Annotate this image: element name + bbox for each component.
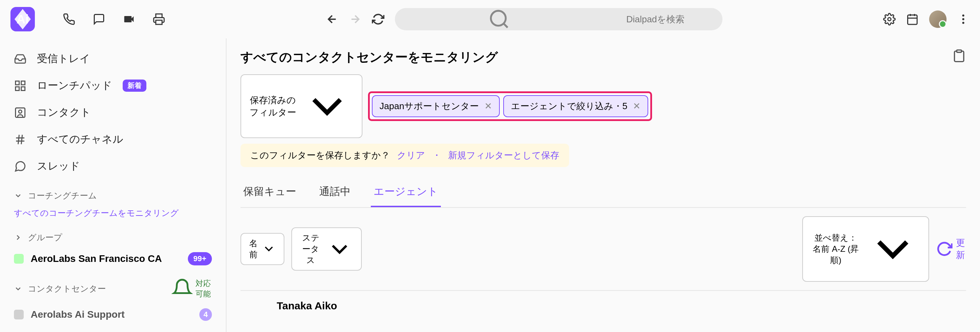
sidebar-label: すべてのチャネル xyxy=(37,132,123,147)
grid-icon xyxy=(14,80,27,92)
sort-button[interactable]: 並べ替え：名前 A-Z (昇順) xyxy=(802,216,929,282)
chat-icon[interactable] xyxy=(93,13,105,26)
main-content: すべてのコンタクトセンターをモニタリング 保存済みのフィルター Japanサポー… xyxy=(226,38,980,332)
sidebar-item-channels[interactable]: すべてのチャネル xyxy=(0,126,226,153)
filter-highlight-box: Japanサポートセンター ✕ エージェントで絞り込み・5 ✕ xyxy=(368,91,652,121)
reload-icon[interactable] xyxy=(372,13,384,26)
group-color-icon xyxy=(14,254,24,263)
group-label: AeroLabs San Francisco CA xyxy=(31,253,162,264)
search-input[interactable] xyxy=(599,14,712,25)
svg-point-3 xyxy=(888,18,891,21)
controls-row: 名前 ステータス 並べ替え：名前 A-Z (昇順) 更新 xyxy=(240,208,966,290)
user-avatar[interactable] xyxy=(929,10,947,28)
chevron-down-icon xyxy=(865,221,921,277)
page-title: すべてのコンタクトセンターをモニタリング xyxy=(240,49,952,66)
coaching-section-header[interactable]: コーチングチーム xyxy=(0,180,226,205)
svg-line-17 xyxy=(21,135,22,144)
chevron-down-icon xyxy=(262,242,276,256)
clipboard-icon[interactable] xyxy=(952,49,966,63)
chevron-down-icon xyxy=(511,304,643,332)
svg-rect-8 xyxy=(16,81,19,85)
refresh-button[interactable]: 更新 xyxy=(936,237,966,261)
save-new-link[interactable]: 新規フィルターとして保存 xyxy=(448,149,559,161)
chevron-right-icon xyxy=(14,233,22,242)
svg-line-16 xyxy=(18,135,19,144)
search-icon xyxy=(405,8,593,30)
sidebar-item-inbox[interactable]: 受信トレイ xyxy=(0,45,226,72)
cc-color-icon xyxy=(14,310,24,319)
forward-icon[interactable] xyxy=(349,13,361,26)
tab-agents[interactable]: エージェント xyxy=(371,177,441,207)
chevron-down-icon xyxy=(326,235,353,263)
svg-rect-11 xyxy=(21,87,25,91)
section-label: コーチングチーム xyxy=(28,190,97,201)
agent-centers[interactable]: 3 コンタクトセンター xyxy=(277,313,465,332)
agent-row[interactable]: Tanaka Aiko 3 コンタクトセンター 対応可能 - 00:30 xyxy=(240,291,966,332)
svg-point-13 xyxy=(19,110,22,113)
svg-rect-10 xyxy=(16,87,19,91)
coaching-monitor-link[interactable]: すべてのコーチングチームをモニタリング xyxy=(0,205,226,222)
refresh-icon xyxy=(936,241,953,257)
name-filter-button[interactable]: 名前 xyxy=(240,233,285,265)
sidebar: 受信トレイ ローンチパッド 新着 コンタクト すべてのチャネル スレッド コーチ… xyxy=(0,38,226,332)
app-logo[interactable]: Ai xyxy=(10,7,35,31)
sidebar-item-contacts[interactable]: コンタクト xyxy=(0,99,226,126)
svg-point-2 xyxy=(491,11,506,26)
svg-rect-18 xyxy=(957,50,961,52)
saved-filter-button[interactable]: 保存済みのフィルター xyxy=(240,74,363,138)
chevron-down-icon xyxy=(14,192,22,200)
top-right xyxy=(883,10,970,28)
search-box[interactable] xyxy=(395,8,722,30)
cc-section-header[interactable]: コンタクトセンター 対応可能 xyxy=(0,271,226,303)
close-icon[interactable]: ✕ xyxy=(484,101,492,112)
groups-section-header[interactable]: グループ xyxy=(0,222,226,247)
cc-badge: 4 xyxy=(199,308,212,321)
svg-rect-1 xyxy=(156,20,162,24)
top-action-icons xyxy=(63,13,165,26)
sidebar-item-launchpad[interactable]: ローンチパッド 新着 xyxy=(0,72,226,99)
filter-chip-agents[interactable]: エージェントで絞り込み・5 ✕ xyxy=(503,95,648,117)
video-icon[interactable] xyxy=(123,13,135,26)
nav-center xyxy=(172,8,876,30)
agent-info: Tanaka Aiko 3 コンタクトセンター xyxy=(277,300,465,332)
status-filter-button[interactable]: ステータス xyxy=(291,227,362,271)
chevron-down-icon xyxy=(338,313,465,332)
sidebar-label: スレッド xyxy=(37,159,80,173)
sidebar-item-threads[interactable]: スレッド xyxy=(0,153,226,180)
group-badge: 99+ xyxy=(188,252,212,265)
calendar-icon[interactable] xyxy=(906,13,919,26)
agent-status[interactable]: 対応可能 xyxy=(476,304,643,332)
hash-icon xyxy=(14,133,27,146)
chevron-down-icon xyxy=(14,284,22,293)
cc-label: Aerolabs Ai Support xyxy=(31,309,125,320)
tab-hold-queue[interactable]: 保留キュー xyxy=(240,177,299,207)
phone-icon[interactable] xyxy=(63,13,75,26)
save-filter-prompt: このフィルターを保存しますか？ クリア ・ 新規フィルターとして保存 xyxy=(240,144,569,167)
sidebar-label: ローンチパッド xyxy=(37,78,112,93)
agent-name: Tanaka Aiko xyxy=(277,300,465,312)
settings-icon[interactable] xyxy=(883,13,896,26)
cc-item-aerolabs-ai[interactable]: Aerolabs Ai Support 4 xyxy=(0,303,226,326)
svg-point-5 xyxy=(962,14,964,17)
svg-text:Ai: Ai xyxy=(17,12,29,26)
svg-point-6 xyxy=(962,18,964,20)
section-label: グループ xyxy=(28,232,62,243)
tab-active-calls[interactable]: 通話中 xyxy=(317,177,353,207)
more-icon[interactable] xyxy=(957,13,970,26)
group-item-aerolabs-sf[interactable]: AeroLabs San Francisco CA 99+ xyxy=(0,247,226,271)
filter-chip-center[interactable]: Japanサポートセンター ✕ xyxy=(372,95,500,117)
sidebar-label: コンタクト xyxy=(37,105,91,120)
back-icon[interactable] xyxy=(326,13,339,26)
filter-row: 保存済みのフィルター Japanサポートセンター ✕ エージェントで絞り込み・5… xyxy=(240,74,952,167)
svg-point-7 xyxy=(962,22,964,24)
topbar: Ai xyxy=(0,0,980,38)
tabs: 保留キュー 通話中 エージェント xyxy=(240,177,966,208)
sidebar-label: 受信トレイ xyxy=(37,52,90,66)
clear-link[interactable]: クリア xyxy=(397,149,425,161)
cc-status[interactable]: 対応可能 xyxy=(172,278,212,299)
print-icon[interactable] xyxy=(153,13,165,26)
new-badge: 新着 xyxy=(123,80,146,92)
thread-icon xyxy=(14,160,27,172)
close-icon[interactable]: ✕ xyxy=(633,101,641,112)
section-label: コンタクトセンター xyxy=(28,283,106,294)
